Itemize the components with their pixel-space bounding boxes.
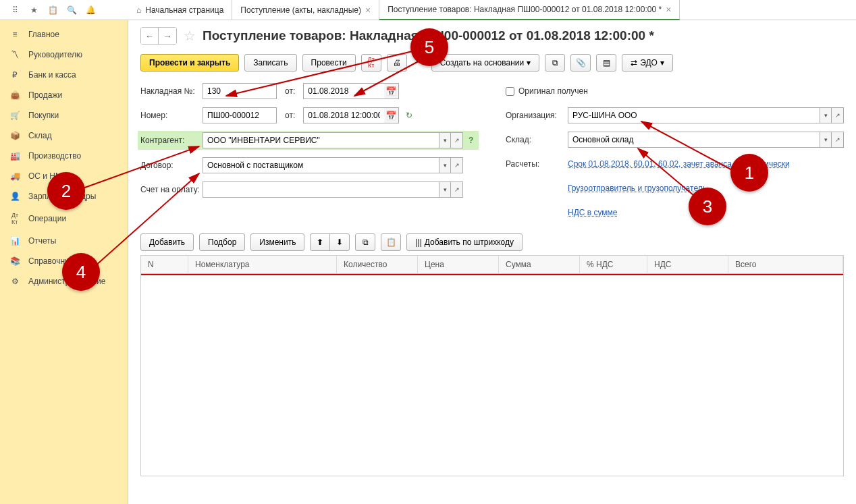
shipper-link[interactable]: Грузоотправитель и грузополучатель (568, 184, 707, 193)
favorite-star-icon[interactable]: ☆ (184, 28, 196, 44)
sidebar-item-label: Операции (28, 214, 66, 223)
add-by-barcode-button[interactable]: ||| Добавить по штрихкоду (406, 233, 523, 251)
open-button[interactable]: ↗ (451, 157, 463, 173)
move-down-button[interactable]: ⬇ (329, 233, 350, 251)
write-button[interactable]: Записать (244, 54, 296, 72)
tab-current-doc[interactable]: Поступление товаров: Накладная ПШ00-0000… (379, 0, 680, 20)
table-header: N Номенклатура Количество Цена Сумма % Н… (140, 255, 844, 274)
dk-icon: ДтКт (9, 212, 20, 225)
col-vat-pct: % НДС (580, 256, 647, 273)
calendar-icon[interactable]: 📅 (384, 83, 399, 99)
bell-icon[interactable]: 🔔 (81, 1, 100, 20)
open-button[interactable]: ↗ (451, 181, 463, 198)
edit-button[interactable]: Изменить (250, 233, 304, 251)
sidebar-item-main[interactable]: ≡Главное (0, 24, 128, 45)
post-button[interactable]: Провести (302, 54, 356, 72)
from-label-2: от: (285, 111, 295, 120)
invoice-no-label: Накладная №: (140, 86, 203, 96)
truck-icon: 🚚 (9, 171, 20, 181)
dropdown-button[interactable]: ▾ (439, 181, 451, 198)
contract-input[interactable] (203, 157, 439, 173)
factory-icon: 🏭 (9, 151, 20, 161)
refresh-icon[interactable]: ↻ (406, 111, 412, 120)
post-and-close-button[interactable]: Провести и закрыть (140, 54, 239, 72)
structure-button[interactable]: ⧉ (545, 54, 565, 72)
sidebar-item-manager[interactable]: 〽Руководителю (0, 45, 128, 65)
edo-button[interactable]: ⇄ ЭДО ▾ (622, 54, 673, 72)
col-nomenclature: Номенклатура (188, 256, 337, 273)
create-based-button[interactable]: Создать на основании ▾ (431, 54, 540, 72)
sidebar-item-bank[interactable]: ₽Банк и касса (0, 65, 128, 85)
sidebar-item-production[interactable]: 🏭Производство (0, 146, 128, 166)
contract-label: Договор: (140, 161, 203, 170)
calendar-icon[interactable]: 📅 (384, 107, 399, 123)
sidebar-item-reports[interactable]: 📊Отчеты (0, 231, 128, 251)
page-title: Поступление товаров: Накладная ПШ00-0000… (203, 28, 654, 43)
sidebar-item-warehouse[interactable]: 📦Склад (0, 125, 128, 146)
tab-receipts[interactable]: Поступление (акты, накладные) × (232, 0, 379, 20)
dk-button[interactable]: ДтКт (361, 54, 381, 72)
pick-button[interactable]: Подбор (199, 233, 245, 251)
close-icon[interactable]: × (666, 4, 671, 15)
clipboard-icon[interactable]: 📋 (43, 1, 62, 20)
star-icon[interactable]: ★ (24, 1, 43, 20)
paste-button[interactable]: 📋 (381, 233, 401, 251)
print-button[interactable]: 🖨 (387, 54, 407, 72)
move-up-button[interactable]: ⬆ (310, 233, 330, 251)
dropdown-button[interactable]: ▾ (439, 132, 451, 148)
sidebar-item-refs[interactable]: 📚Справочники (0, 251, 128, 271)
button-label: Создать на основании (440, 58, 525, 67)
sidebar-item-hr[interactable]: 👤Зарплата и кадры (0, 186, 128, 206)
invoice-date-input[interactable] (303, 83, 384, 99)
help-icon[interactable]: ? (469, 136, 473, 145)
dropdown-button[interactable]: ▾ (820, 107, 832, 123)
tab-label: Поступление (акты, накладные) (240, 5, 361, 15)
table-separator (141, 274, 843, 275)
sidebar-item-operations[interactable]: ДтКтОперации (0, 206, 128, 231)
invoice-no-input[interactable] (203, 83, 277, 99)
open-button[interactable]: ↗ (832, 132, 844, 148)
sidebar-item-purchases[interactable]: 🛒Покупки (0, 105, 128, 125)
copy-button[interactable]: ⧉ (355, 233, 375, 251)
sidebar-item-label: Главное (28, 30, 59, 39)
open-button[interactable]: ↗ (832, 107, 844, 123)
button-label: Добавить по штрихкоду (425, 237, 514, 247)
settlements-link[interactable]: Срок 01.08.2018, 60.01, 60.02, зачет ава… (568, 159, 790, 169)
table-body[interactable] (140, 274, 844, 476)
sidebar: ≡Главное 〽Руководителю ₽Банк и касса 👜Пр… (0, 20, 128, 504)
number-label: Номер: (140, 111, 203, 120)
from-label-1: от: (285, 86, 295, 96)
warehouse-input[interactable] (568, 132, 820, 148)
vat-link[interactable]: НДС в сумме (568, 208, 618, 217)
org-input[interactable] (568, 107, 820, 123)
open-button[interactable]: ↗ (451, 132, 463, 148)
back-button[interactable]: ← (141, 28, 159, 44)
invoice-for-payment-input[interactable] (203, 181, 439, 198)
sidebar-item-admin[interactable]: ⚙Администрирование (0, 271, 128, 291)
counterparty-input[interactable] (203, 132, 439, 148)
book-icon: 📚 (9, 256, 20, 266)
tab-home[interactable]: ⌂ Начальная страница (128, 0, 232, 20)
col-total: Всего (728, 256, 843, 273)
search-icon[interactable]: 🔍 (62, 1, 81, 20)
forward-button[interactable]: → (159, 28, 176, 44)
original-received-checkbox[interactable] (506, 87, 514, 96)
sidebar-item-label: Покупки (28, 111, 59, 120)
home-icon: ⌂ (136, 5, 141, 15)
apps-icon[interactable]: ⠿ (5, 1, 24, 20)
number-input[interactable] (203, 107, 277, 123)
sidebar-item-label: Банк и касса (28, 70, 76, 80)
gear-icon: ⚙ (9, 277, 20, 286)
original-received-label: Оригинал получен (518, 86, 588, 96)
number-date-input[interactable] (303, 107, 384, 123)
chart-icon: 📊 (9, 236, 20, 246)
show-button[interactable]: ▤ (596, 54, 616, 72)
sidebar-item-sales[interactable]: 👜Продажи (0, 85, 128, 105)
dropdown-button[interactable]: ▾ (820, 132, 832, 148)
add-row-button[interactable]: Добавить (140, 233, 194, 251)
nav-buttons: ← → (140, 27, 177, 45)
dropdown-button[interactable]: ▾ (439, 157, 451, 173)
close-icon[interactable]: × (365, 5, 371, 16)
sidebar-item-assets[interactable]: 🚚ОС и НМА (0, 166, 128, 186)
attachment-button[interactable]: 📎 (570, 54, 591, 72)
